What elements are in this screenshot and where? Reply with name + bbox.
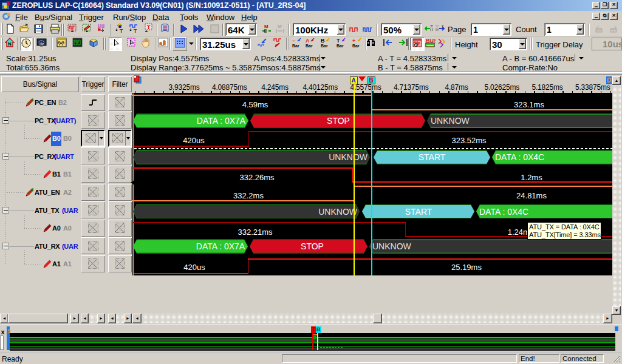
svg-text:Bar: Bar	[337, 44, 344, 48]
svg-text:E: E	[98, 27, 101, 32]
svg-text:T: T	[431, 24, 433, 28]
svg-text:Bar: Bar	[352, 44, 360, 48]
svg-text:M: M	[264, 24, 268, 29]
svg-text:T: T	[120, 28, 123, 33]
svg-text:M: M	[278, 24, 282, 29]
svg-text:N: N	[8, 41, 12, 47]
svg-text:T: T	[147, 24, 151, 30]
svg-text:T: T	[442, 24, 444, 28]
svg-text:T: T	[337, 38, 340, 44]
svg-text:B: B	[321, 38, 325, 44]
svg-text:–: –	[292, 38, 295, 44]
svg-text:A: A	[306, 38, 310, 44]
svg-text:+: +	[352, 38, 355, 44]
svg-text:T: T	[134, 28, 137, 33]
svg-text:Bar: Bar	[321, 44, 328, 48]
svg-text:Bar: Bar	[306, 44, 313, 48]
svg-text:Hz: Hz	[39, 42, 44, 46]
svg-text:Bar: Bar	[292, 44, 299, 48]
